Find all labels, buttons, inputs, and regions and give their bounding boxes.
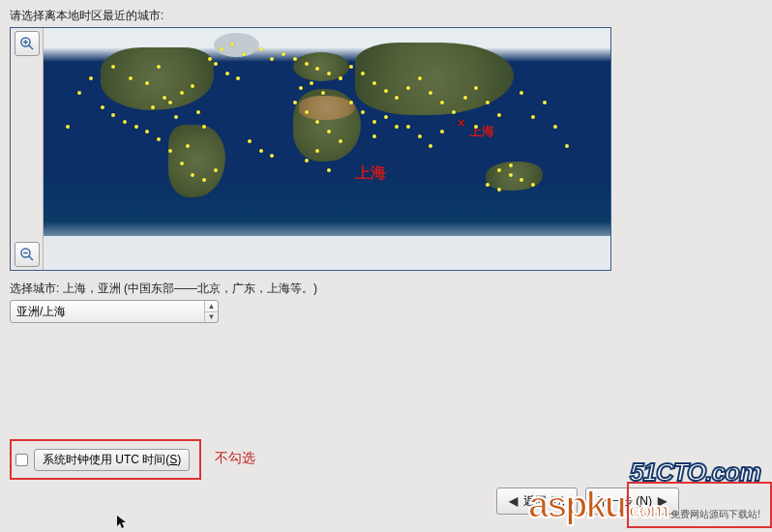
city-dot[interactable] <box>327 130 331 133</box>
watermark-aspku: aspku.com 免费网站源码下载站! <box>528 485 760 526</box>
city-dot[interactable] <box>384 89 388 93</box>
timezone-select-value: 亚洲/上海 <box>16 304 204 320</box>
city-dot[interactable] <box>220 47 223 51</box>
city-dot[interactable] <box>208 57 212 61</box>
city-dot[interactable] <box>270 57 274 61</box>
city-dot[interactable] <box>565 144 569 148</box>
city-dot[interactable] <box>339 76 342 80</box>
city-dot[interactable] <box>543 101 547 104</box>
city-dot[interactable] <box>553 125 557 129</box>
selected-city-value: 上海，亚洲 (中国东部——北京，广东，上海等。) <box>63 281 317 295</box>
world-map-canvas[interactable]: × 上海 上海 <box>44 28 610 270</box>
city-dot[interactable] <box>191 84 194 88</box>
city-dot[interactable] <box>180 162 184 165</box>
city-dot[interactable] <box>520 91 523 95</box>
zoom-out-icon <box>18 246 36 263</box>
selected-city-label-overlay: 上海 <box>355 163 386 184</box>
city-dot[interactable] <box>214 168 218 172</box>
city-dot[interactable] <box>418 76 422 80</box>
city-dot[interactable] <box>134 125 138 129</box>
city-dot[interactable] <box>497 113 501 117</box>
city-dot[interactable] <box>497 188 501 192</box>
city-dot[interactable] <box>531 183 535 187</box>
city-dot[interactable] <box>145 130 149 133</box>
timezone-map[interactable]: × 上海 上海 <box>10 27 611 271</box>
zoom-in-button[interactable] <box>15 31 40 56</box>
city-dot[interactable] <box>372 134 376 138</box>
city-dot[interactable] <box>129 76 133 80</box>
city-dot[interactable] <box>111 113 115 117</box>
city-dot[interactable] <box>77 91 81 95</box>
utc-checkbox[interactable] <box>15 454 28 466</box>
city-dot[interactable] <box>327 168 331 172</box>
selected-city-marker: × <box>458 115 465 131</box>
city-dot[interactable] <box>361 110 365 114</box>
zoom-controls <box>11 28 44 270</box>
city-dot[interactable] <box>174 115 178 119</box>
city-dot[interactable] <box>395 125 399 129</box>
city-dot[interactable] <box>372 120 376 124</box>
spinner-icon: ▲▼ <box>204 301 218 322</box>
utc-option-highlight: 系统时钟使用 UTC 时间(S) <box>10 439 201 480</box>
zoom-in-icon <box>18 35 36 52</box>
city-dot[interactable] <box>486 101 490 104</box>
city-dot[interactable] <box>305 159 309 163</box>
city-dot[interactable] <box>418 134 422 138</box>
city-dot[interactable] <box>259 47 263 51</box>
city-dot[interactable] <box>463 96 467 100</box>
city-dot[interactable] <box>509 173 513 177</box>
city-dot[interactable] <box>248 139 252 143</box>
city-dot[interactable] <box>531 115 535 119</box>
timezone-select[interactable]: 亚洲/上海 ▲▼ <box>10 300 219 323</box>
city-dot[interactable] <box>293 101 297 104</box>
city-dot[interactable] <box>372 81 376 85</box>
city-dot[interactable] <box>406 86 410 90</box>
utc-button[interactable]: 系统时钟使用 UTC 时间(S) <box>34 449 190 471</box>
back-arrow-icon: ◀ <box>509 494 518 508</box>
city-dot[interactable] <box>168 149 172 153</box>
city-dot[interactable] <box>509 163 513 167</box>
zoom-out-button[interactable] <box>15 242 40 267</box>
city-dot[interactable] <box>406 125 410 129</box>
city-dot[interactable] <box>214 62 218 66</box>
city-dot[interactable] <box>196 110 200 114</box>
selected-city-label-text: 选择城市: <box>10 281 59 295</box>
svg-line-1 <box>28 45 33 50</box>
city-dot[interactable] <box>270 154 274 158</box>
cursor-icon <box>116 515 132 530</box>
city-dot[interactable] <box>259 149 263 153</box>
watermark-51cto: 51CTO.com <box>630 458 760 488</box>
city-dot[interactable] <box>66 125 70 129</box>
city-dot[interactable] <box>305 110 309 114</box>
city-dot[interactable] <box>452 110 456 114</box>
city-dot[interactable] <box>111 65 115 69</box>
city-dot[interactable] <box>186 144 190 148</box>
city-dot[interactable] <box>236 76 240 80</box>
city-dot[interactable] <box>440 130 444 133</box>
city-dot[interactable] <box>384 115 388 119</box>
city-dot[interactable] <box>225 72 229 75</box>
city-dot[interactable] <box>305 62 309 66</box>
city-dot[interactable] <box>339 139 342 143</box>
city-dot[interactable] <box>293 57 297 61</box>
city-dot[interactable] <box>157 137 161 141</box>
city-dot[interactable] <box>168 101 172 104</box>
instruction-label: 请选择离本地时区最近的城市: <box>10 8 163 24</box>
city-dot[interactable] <box>486 183 490 187</box>
svg-line-5 <box>28 256 33 261</box>
city-dot[interactable] <box>89 76 93 80</box>
city-dot[interactable] <box>429 144 432 148</box>
city-dot[interactable] <box>310 81 313 85</box>
city-dot[interactable] <box>180 91 184 95</box>
city-dot[interactable] <box>349 65 353 69</box>
selected-city-info: 选择城市: 上海，亚洲 (中国东部——北京，广东，上海等。) <box>10 281 317 297</box>
city-dot[interactable] <box>299 86 303 90</box>
city-dot[interactable] <box>497 168 501 172</box>
city-dot[interactable] <box>101 105 104 109</box>
selected-city-label: 上海 <box>469 123 494 140</box>
city-dot[interactable] <box>157 65 161 69</box>
city-dot[interactable] <box>327 72 331 75</box>
annotation-text: 不勾选 <box>215 450 255 467</box>
city-dot[interactable] <box>123 120 127 124</box>
city-dot[interactable] <box>282 52 285 56</box>
